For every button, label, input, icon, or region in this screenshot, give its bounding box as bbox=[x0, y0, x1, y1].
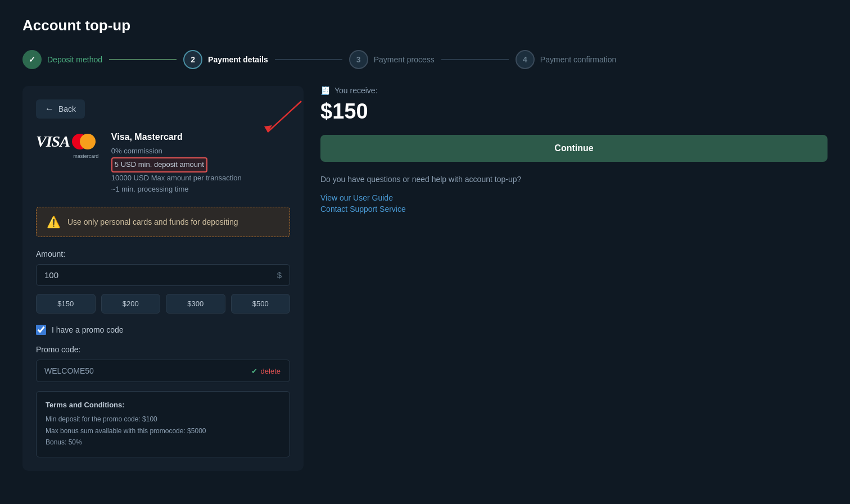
receive-label-text: You receive: bbox=[334, 86, 378, 95]
promo-label: Promo code: bbox=[36, 345, 290, 354]
preset-150[interactable]: $150 bbox=[36, 294, 96, 314]
delete-label: delete bbox=[261, 367, 281, 375]
main-layout: ← Back VISA mastercard Visa, Mastercard … bbox=[22, 86, 828, 471]
visa-logo: VISA bbox=[36, 133, 70, 151]
step-2-circle: 2 bbox=[183, 50, 202, 69]
min-deposit-text: 5 USD min. deposit amount bbox=[111, 157, 290, 172]
back-label: Back bbox=[58, 105, 76, 113]
warning-banner: ⚠️ Use only personal cards and funds for… bbox=[36, 207, 290, 237]
receive-label: 🧾 You receive: bbox=[320, 86, 828, 95]
step-3-circle: 3 bbox=[349, 50, 368, 69]
commission-text: 0% commission bbox=[111, 146, 290, 157]
delete-check-icon: ✔ bbox=[251, 367, 257, 375]
step-4-label: Payment confirmation bbox=[540, 55, 616, 64]
mastercard-logo: mastercard bbox=[72, 132, 100, 151]
step-4-circle: 4 bbox=[516, 50, 535, 69]
receipt-icon: 🧾 bbox=[320, 86, 330, 95]
mc-circle-right bbox=[80, 134, 96, 149]
step-3: 3 Payment process bbox=[349, 50, 435, 69]
max-amount-text: 10000 USD Max amount per transaction bbox=[111, 172, 290, 184]
preset-buttons: $150 $200 $300 $500 bbox=[36, 294, 290, 314]
promo-input[interactable] bbox=[37, 360, 242, 382]
terms-text: Min deposit for the promo code: $100 Max… bbox=[46, 414, 281, 448]
payment-method-row: VISA mastercard Visa, Mastercard 0% comm… bbox=[36, 132, 290, 196]
payment-info: Visa, Mastercard 0% commission 5 USD min… bbox=[111, 132, 290, 196]
terms-line-2: Max bonus sum available with this promoc… bbox=[46, 425, 281, 437]
step-1: ✓ Deposit method bbox=[22, 50, 102, 69]
step-2: 2 Payment details bbox=[183, 50, 268, 69]
preset-200[interactable]: $200 bbox=[101, 294, 161, 314]
amount-label: Amount: bbox=[36, 249, 290, 258]
continue-button[interactable]: Continue bbox=[320, 135, 828, 162]
mc-label: mastercard bbox=[72, 153, 100, 159]
preset-300[interactable]: $300 bbox=[166, 294, 225, 314]
terms-line-1: Min deposit for the promo code: $100 bbox=[46, 414, 281, 425]
connector-1-2 bbox=[109, 59, 177, 60]
connector-2-3 bbox=[275, 59, 342, 60]
processing-text: ~1 min. processing time bbox=[111, 184, 290, 196]
promo-input-row: ✔ delete bbox=[36, 360, 290, 382]
step-1-circle: ✓ bbox=[22, 50, 42, 69]
user-guide-link[interactable]: View our User Guide bbox=[320, 193, 828, 202]
min-deposit-highlight: 5 USD min. deposit amount bbox=[111, 157, 207, 172]
support-link[interactable]: Contact Support Service bbox=[320, 205, 828, 214]
step-1-label: Deposit method bbox=[47, 55, 102, 64]
step-4: 4 Payment confirmation bbox=[516, 50, 616, 69]
terms-box: Terms and Conditions: Min deposit for th… bbox=[36, 391, 290, 457]
amount-input[interactable] bbox=[44, 270, 277, 280]
payment-details: 0% commission 5 USD min. deposit amount … bbox=[111, 146, 290, 196]
preset-500[interactable]: $500 bbox=[231, 294, 291, 314]
help-text: Do you have questions or need help with … bbox=[320, 173, 828, 187]
card-logos: VISA mastercard bbox=[36, 132, 100, 151]
delete-promo-button[interactable]: ✔ delete bbox=[242, 361, 290, 382]
stepper: ✓ Deposit method 2 Payment details 3 Pay… bbox=[22, 50, 828, 69]
terms-title: Terms and Conditions: bbox=[46, 401, 281, 409]
promo-checkbox[interactable] bbox=[36, 325, 46, 335]
payment-card: ← Back VISA mastercard Visa, Mastercard … bbox=[22, 86, 304, 471]
back-arrow-icon: ← bbox=[45, 104, 54, 114]
amount-input-row[interactable]: $ bbox=[36, 264, 290, 286]
promo-check-label: I have a promo code bbox=[52, 325, 124, 334]
currency-symbol: $ bbox=[277, 270, 282, 280]
payment-name: Visa, Mastercard bbox=[111, 132, 290, 142]
right-panel: 🧾 You receive: $150 Continue Do you have… bbox=[320, 86, 828, 216]
svg-marker-1 bbox=[264, 125, 272, 132]
warning-icon: ⚠️ bbox=[47, 215, 61, 229]
step-2-label: Payment details bbox=[208, 55, 268, 64]
connector-3-4 bbox=[441, 59, 509, 60]
svg-line-0 bbox=[268, 101, 301, 132]
page-title: Account top-up bbox=[22, 17, 828, 34]
promo-check-row: I have a promo code bbox=[36, 325, 290, 335]
back-button[interactable]: ← Back bbox=[36, 99, 85, 119]
warning-text: Use only personal cards and funds for de… bbox=[67, 217, 238, 226]
receive-amount: $150 bbox=[320, 99, 828, 124]
step-3-label: Payment process bbox=[374, 55, 435, 64]
terms-line-3: Bonus: 50% bbox=[46, 437, 281, 448]
